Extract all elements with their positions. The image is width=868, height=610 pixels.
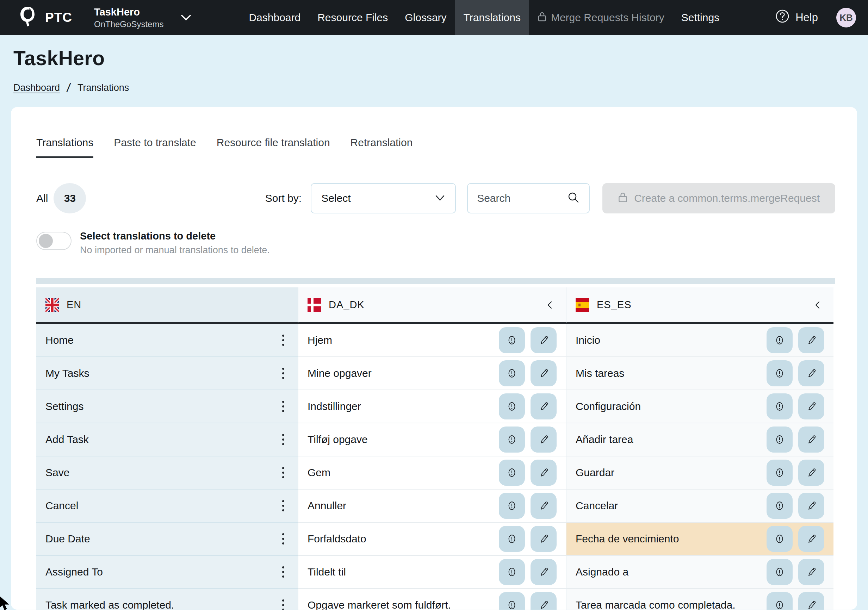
kebab-menu-icon[interactable] bbox=[278, 365, 288, 382]
collapse-column-icon[interactable] bbox=[543, 297, 556, 313]
brand-text: PTC bbox=[45, 10, 72, 25]
create-merge-request-button[interactable]: Create a common.terms.mergeRequest bbox=[602, 183, 835, 214]
es-es-cell: Inicio bbox=[566, 324, 834, 357]
column-label-en: EN bbox=[67, 299, 81, 311]
translation-info-button[interactable] bbox=[499, 460, 525, 486]
es-es-text: Asignado a bbox=[576, 566, 628, 578]
source-cell: Task marked as completed. bbox=[36, 589, 298, 610]
translation-info-button[interactable] bbox=[499, 426, 525, 452]
edit-translation-button[interactable] bbox=[798, 360, 824, 386]
es-es-text: Cancelar bbox=[576, 500, 618, 512]
translation-info-button[interactable] bbox=[499, 393, 525, 420]
edit-translation-button[interactable] bbox=[798, 559, 824, 585]
edit-translation-button[interactable] bbox=[798, 493, 824, 519]
search-box bbox=[467, 183, 590, 214]
search-input[interactable] bbox=[477, 192, 567, 204]
translation-info-button[interactable] bbox=[767, 360, 793, 386]
edit-translation-button[interactable] bbox=[530, 460, 556, 486]
project-selector[interactable]: TaskHero OnTheGoSystems bbox=[94, 6, 192, 29]
source-text: Home bbox=[45, 334, 74, 346]
tab-translations[interactable]: Translations bbox=[36, 137, 93, 158]
help-button[interactable]: Help bbox=[775, 9, 818, 26]
translation-info-button[interactable] bbox=[767, 393, 793, 420]
da-dk-cell: Forfaldsdato bbox=[298, 523, 566, 556]
da-dk-text: Indstillinger bbox=[307, 401, 361, 412]
edit-translation-button[interactable] bbox=[798, 426, 824, 452]
translation-info-button[interactable] bbox=[499, 592, 525, 610]
edit-translation-button[interactable] bbox=[530, 393, 556, 420]
translation-info-button[interactable] bbox=[499, 327, 525, 353]
nav-item-translations[interactable]: Translations bbox=[455, 0, 529, 35]
tab-resource-file-translation[interactable]: Resource file translation bbox=[217, 137, 330, 158]
edit-translation-button[interactable] bbox=[530, 360, 556, 386]
kebab-menu-icon[interactable] bbox=[278, 597, 288, 610]
translation-info-button[interactable] bbox=[767, 493, 793, 519]
es-es-cell: Guardar bbox=[566, 457, 834, 489]
es-es-cell: Tarea marcada como completada. bbox=[566, 589, 834, 610]
kebab-menu-icon[interactable] bbox=[278, 431, 288, 448]
nav-item-merge-requests-history[interactable]: Merge Requests History bbox=[529, 0, 673, 35]
source-cell: Due Date bbox=[36, 523, 298, 556]
translation-info-button[interactable] bbox=[499, 526, 525, 552]
kebab-menu-icon[interactable] bbox=[278, 564, 288, 581]
breadcrumb-dashboard-link[interactable]: Dashboard bbox=[13, 82, 60, 93]
avatar[interactable]: KB bbox=[836, 8, 856, 28]
edit-translation-button[interactable] bbox=[798, 460, 824, 486]
edit-translation-button[interactable] bbox=[530, 592, 556, 610]
edit-translation-button[interactable] bbox=[798, 526, 824, 552]
kebab-menu-icon[interactable] bbox=[278, 497, 288, 514]
edit-translation-button[interactable] bbox=[798, 327, 824, 353]
horizontal-scrollbar[interactable] bbox=[36, 278, 835, 284]
edit-translation-button[interactable] bbox=[530, 493, 556, 519]
translation-info-button[interactable] bbox=[767, 592, 793, 610]
help-label: Help bbox=[795, 11, 818, 24]
column-header-da-dk: DA_DK bbox=[298, 287, 566, 324]
edit-translation-button[interactable] bbox=[530, 426, 556, 452]
kebab-menu-icon[interactable] bbox=[278, 530, 288, 547]
translation-info-button[interactable] bbox=[767, 526, 793, 552]
all-count-badge[interactable]: 33 bbox=[54, 183, 86, 214]
kebab-menu-icon[interactable] bbox=[278, 398, 288, 415]
select-translations-toggle[interactable] bbox=[36, 232, 71, 250]
da-dk-cell: Hjem bbox=[298, 324, 566, 357]
da-dk-text: Hjem bbox=[307, 334, 332, 346]
translation-info-button[interactable] bbox=[767, 327, 793, 353]
es-es-cell: Configuración bbox=[566, 390, 834, 423]
edit-translation-button[interactable] bbox=[530, 327, 556, 353]
ptc-logo-icon[interactable] bbox=[18, 6, 37, 29]
translation-info-button[interactable] bbox=[767, 426, 793, 452]
source-cell: Settings bbox=[36, 390, 298, 423]
edit-translation-button[interactable] bbox=[798, 393, 824, 420]
sort-select[interactable]: Select bbox=[311, 183, 456, 214]
nav-item-settings[interactable]: Settings bbox=[673, 0, 728, 35]
spain-flag bbox=[576, 298, 589, 312]
source-text: Add Task bbox=[45, 434, 89, 446]
toggle-knob bbox=[39, 234, 53, 248]
edit-translation-button[interactable] bbox=[530, 526, 556, 552]
collapse-column-icon[interactable] bbox=[811, 297, 824, 313]
edit-translation-button[interactable] bbox=[798, 592, 824, 610]
search-icon[interactable] bbox=[567, 191, 580, 205]
translation-info-button[interactable] bbox=[499, 493, 525, 519]
tab-retranslation[interactable]: Retranslation bbox=[350, 137, 413, 158]
nav-item-resource-files[interactable]: Resource Files bbox=[309, 0, 396, 35]
translation-info-button[interactable] bbox=[499, 559, 525, 585]
es-es-cell: Cancelar bbox=[566, 489, 834, 523]
translation-info-button[interactable] bbox=[767, 559, 793, 585]
da-dk-cell: Tilføj opgave bbox=[298, 423, 566, 457]
translation-info-button[interactable] bbox=[767, 460, 793, 486]
es-es-text: Guardar bbox=[576, 467, 614, 478]
da-dk-cell: Mine opgaver bbox=[298, 357, 566, 390]
es-es-text: Fecha de vencimiento bbox=[576, 533, 679, 545]
es-es-cell: Añadir tarea bbox=[566, 423, 834, 457]
es-es-cell: Asignado a bbox=[566, 556, 834, 589]
edit-translation-button[interactable] bbox=[530, 559, 556, 585]
kebab-menu-icon[interactable] bbox=[278, 464, 288, 481]
kebab-menu-icon[interactable] bbox=[278, 332, 288, 349]
project-name: TaskHero bbox=[94, 6, 163, 18]
tab-paste-to-translate[interactable]: Paste to translate bbox=[114, 137, 196, 158]
translation-info-button[interactable] bbox=[499, 360, 525, 386]
nav-item-dashboard[interactable]: Dashboard bbox=[240, 0, 309, 35]
es-es-text: Añadir tarea bbox=[576, 434, 633, 446]
nav-item-glossary[interactable]: Glossary bbox=[396, 0, 455, 35]
